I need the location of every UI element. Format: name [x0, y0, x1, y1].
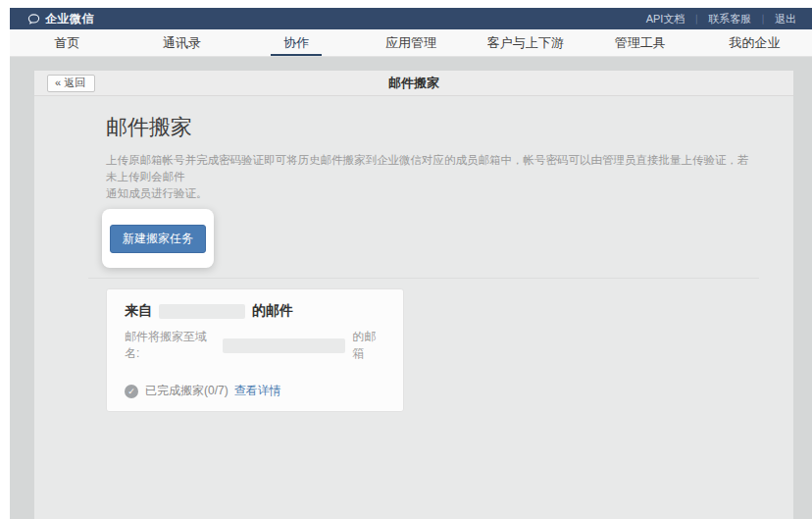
app-window: 企业微信 API文档 ｜ 联系客服 ｜ 退出 首页 通讯录 协作 应用管理 客户… — [10, 8, 812, 519]
wework-logo-icon — [27, 13, 40, 26]
migration-progress: 已完成搬家(0/7) — [145, 383, 228, 399]
nav-item-collaboration[interactable]: 协作 — [239, 29, 354, 56]
brand-name: 企业微信 — [45, 11, 94, 27]
new-migration-task-button[interactable]: 新建搬家任务 — [110, 225, 206, 253]
main-heading: 邮件搬家 — [106, 113, 758, 142]
redacted-source-domain — [159, 304, 245, 319]
description-line-2: 通知成员进行验证。 — [106, 185, 758, 202]
card-dest-prefix: 邮件将搬家至域名: — [125, 329, 221, 362]
nav-item-customers[interactable]: 客户与上下游 — [468, 29, 583, 56]
panel-header: « 返回 邮件搬家 — [34, 71, 793, 96]
api-docs-link[interactable]: API文档 — [646, 12, 685, 26]
topbar-links: API文档 ｜ 联系客服 ｜ 退出 — [646, 12, 796, 26]
panel-body: 邮件搬家 上传原邮箱帐号并完成密码验证即可将历史邮件搬家到企业微信对应的成员邮箱… — [34, 96, 793, 519]
logout-link[interactable]: 退出 — [775, 12, 796, 26]
topbar: 企业微信 API文档 ｜ 联系客服 ｜ 退出 — [10, 8, 812, 29]
nav-item-app-management[interactable]: 应用管理 — [354, 29, 469, 56]
migration-task-card: 来自 的邮件 邮件将搬家至域名: 的邮箱 ✓ 已完成搬家(0/7) 查看详情 — [106, 288, 404, 412]
description-line-1: 上传原邮箱帐号并完成密码验证即可将历史邮件搬家到企业微信对应的成员邮箱中，帐号密… — [106, 152, 758, 185]
nav-item-admin-tools[interactable]: 管理工具 — [583, 29, 697, 56]
card-title-prefix: 来自 — [125, 302, 152, 320]
page-background: « 返回 邮件搬家 邮件搬家 上传原邮箱帐号并完成密码验证即可将历史邮件搬家到企… — [10, 57, 812, 519]
brand: 企业微信 — [27, 11, 94, 27]
nav-item-home[interactable]: 首页 — [10, 29, 125, 56]
content-panel: « 返回 邮件搬家 邮件搬家 上传原邮箱帐号并完成密码验证即可将历史邮件搬家到企… — [34, 71, 793, 519]
main-nav: 首页 通讯录 协作 应用管理 客户与上下游 管理工具 我的企业 — [10, 29, 812, 57]
card-footer: ✓ 已完成搬家(0/7) 查看详情 — [125, 383, 387, 399]
redacted-target-domain — [223, 338, 345, 353]
section-divider — [88, 278, 759, 279]
contact-support-link[interactable]: 联系客服 — [708, 12, 751, 26]
nav-item-my-company[interactable]: 我的企业 — [697, 29, 812, 56]
separator: ｜ — [691, 12, 701, 26]
card-dest-suffix: 的邮箱 — [352, 329, 387, 362]
back-button[interactable]: « 返回 — [47, 75, 95, 92]
view-details-link[interactable]: 查看详情 — [234, 383, 281, 399]
separator: ｜ — [758, 12, 768, 26]
check-icon: ✓ — [125, 385, 138, 398]
card-destination: 邮件将搬家至域名: 的邮箱 — [125, 329, 387, 362]
card-title-suffix: 的邮件 — [252, 302, 293, 320]
card-title: 来自 的邮件 — [125, 302, 387, 320]
page-title: 邮件搬家 — [34, 75, 793, 92]
description: 上传原邮箱帐号并完成密码验证即可将历史邮件搬家到企业微信对应的成员邮箱中，帐号密… — [106, 152, 758, 202]
button-spotlight: 新建搬家任务 — [102, 209, 214, 268]
nav-item-contacts[interactable]: 通讯录 — [125, 29, 239, 56]
